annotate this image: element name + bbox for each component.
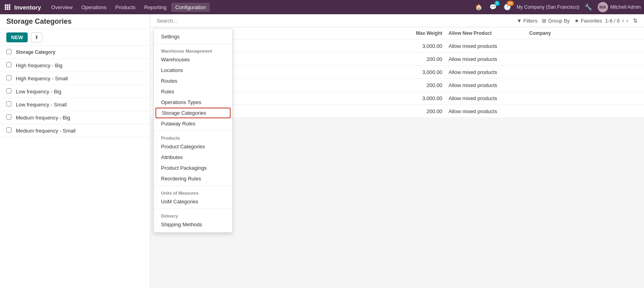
svg-rect-0 — [5, 4, 6, 6]
page-title: Storage Categories — [6, 17, 144, 26]
table-row-allow-5: Allow mixed products — [442, 108, 529, 114]
groupby-icon: ⊞ — [542, 18, 546, 24]
nav-configuration[interactable]: Configuration — [171, 3, 210, 12]
user-name: Mitchell Admin — [610, 4, 641, 10]
row-checkbox-3[interactable] — [6, 101, 11, 106]
list-item[interactable]: Low frequency - Small — [0, 98, 150, 111]
row-checkbox-0[interactable] — [6, 62, 11, 67]
chat-icon-btn[interactable]: 💬 5 — [488, 2, 498, 12]
row-name-3: Low frequency - Small — [16, 102, 144, 108]
table-row-weight-3: 200.00 — [383, 82, 442, 88]
menu-putaway-rules[interactable]: Putaway Rules — [154, 118, 232, 129]
company-name[interactable]: My Company (San Francisco) — [517, 4, 580, 10]
group-by-button[interactable]: ⊞ Group By — [542, 18, 570, 24]
pagination-text: 1-6 / 6 — [605, 18, 620, 24]
left-panel: Storage Categories NEW ⬆ Storage Categor… — [0, 14, 150, 288]
svg-rect-1 — [7, 4, 8, 6]
divider-2 — [154, 131, 232, 131]
app-name: Inventory — [14, 4, 41, 11]
filters-label: Filters — [523, 18, 537, 24]
menu-operations-types[interactable]: Operations Types — [154, 97, 232, 108]
new-button[interactable]: NEW — [6, 32, 28, 42]
menu-routes[interactable]: Routes — [154, 76, 232, 86]
row-checkbox-1[interactable] — [6, 75, 11, 80]
import-button[interactable]: ⬆ — [31, 32, 42, 42]
pagination: 1-6 / 6 ‹ › — [605, 17, 628, 24]
table-row-allow-2: Allow mixed products — [442, 69, 529, 75]
home-icon-btn[interactable]: 🏠 — [474, 2, 484, 12]
table-row-weight-0: 3,000.00 — [383, 43, 442, 49]
divider-4 — [154, 208, 232, 209]
import-icon: ⬆ — [34, 34, 39, 40]
section-delivery: Delivery — [154, 210, 232, 219]
list-item[interactable]: Medium frequency - Small — [0, 124, 150, 137]
table-row-weight-1: 200.00 — [383, 56, 442, 62]
menu-locations[interactable]: Locations — [154, 65, 232, 76]
user-avatar: MA — [598, 2, 608, 12]
list-item[interactable]: Medium frequency - Big — [0, 111, 150, 124]
tools-icon-btn[interactable]: 🔧 — [583, 2, 594, 12]
menu-uom-categories[interactable]: UoM Categories — [154, 196, 232, 207]
menu-reordering-rules[interactable]: Reordering Rules — [154, 173, 232, 184]
table-row-allow-3: Allow mixed products — [442, 82, 529, 88]
nav-reporting[interactable]: Reporting — [140, 3, 170, 12]
row-checkbox-2[interactable] — [6, 88, 11, 93]
list-col-name: Storage Category — [16, 49, 144, 55]
header-allow-col: Allow New Product — [442, 30, 529, 36]
search-input[interactable] — [157, 18, 513, 24]
svg-rect-7 — [7, 8, 8, 10]
left-panel-header: Storage Categories — [0, 14, 150, 29]
user-menu[interactable]: MA Mitchell Admin — [598, 2, 641, 12]
svg-rect-8 — [9, 8, 10, 10]
list-item[interactable]: High frequency - Big — [0, 59, 150, 72]
svg-rect-4 — [7, 6, 8, 8]
row-name-2: Low frequency - Big — [16, 89, 144, 95]
chat-badge: 5 — [494, 1, 500, 6]
row-name-0: High frequency - Big — [16, 63, 144, 68]
clock-icon-btn[interactable]: 🕐 49 — [502, 2, 513, 12]
toolbar-filters: ▼ Filters ⊞ Group By ★ Favorites — [517, 18, 602, 24]
list-header: Storage Category — [0, 46, 150, 59]
favorites-button[interactable]: ★ Favorites — [574, 18, 602, 24]
main-area: Storage Categories NEW ⬆ Storage Categor… — [0, 14, 644, 288]
row-checkbox-4[interactable] — [6, 114, 11, 119]
groupby-label: Group By — [548, 18, 570, 24]
row-name-1: High frequency - Small — [16, 76, 144, 81]
configuration-dropdown: Settings Warehouse Management Warehouses… — [153, 28, 233, 233]
pagination-prev[interactable]: ‹ — [622, 17, 624, 24]
header-company-col: Company — [529, 30, 638, 36]
menu-warehouses[interactable]: Warehouses — [154, 54, 232, 65]
row-name-5: Medium frequency - Small — [16, 128, 144, 134]
select-all-checkbox[interactable] — [6, 49, 11, 54]
menu-rules[interactable]: Rules — [154, 86, 232, 97]
nav-operations[interactable]: Operations — [78, 3, 111, 12]
svg-rect-6 — [5, 8, 6, 10]
filters-button[interactable]: ▼ Filters — [517, 18, 537, 24]
table-row-weight-4: 3,000.00 — [383, 95, 442, 101]
row-checkbox-5[interactable] — [6, 127, 11, 133]
nav-overview[interactable]: Overview — [47, 3, 77, 12]
section-uom: Units of Measures — [154, 188, 232, 196]
menu-product-packagings[interactable]: Product Packagings — [154, 163, 232, 173]
grid-icon[interactable] — [3, 3, 12, 11]
table-row-weight-5: 200.00 — [383, 108, 442, 114]
nav-products[interactable]: Products — [111, 3, 139, 12]
menu-attributes[interactable]: Attributes — [154, 152, 232, 163]
header-weight-col: Max Weight — [383, 30, 442, 36]
pagination-next[interactable]: › — [626, 17, 628, 24]
divider-3 — [154, 186, 232, 186]
menu-shipping-methods[interactable]: Shipping Methods — [154, 219, 232, 230]
topnav: Inventory Overview Operations Products R… — [0, 0, 644, 14]
svg-rect-5 — [9, 6, 10, 8]
menu-settings[interactable]: Settings — [154, 31, 232, 42]
menu-storage-categories[interactable]: Storage Categories — [155, 108, 231, 118]
svg-rect-2 — [9, 4, 10, 6]
favorites-label: Favorites — [581, 18, 602, 24]
star-icon: ★ — [574, 18, 579, 24]
svg-rect-3 — [5, 6, 6, 8]
list-item[interactable]: Low frequency - Big — [0, 85, 150, 98]
action-bar: NEW ⬆ — [0, 29, 150, 46]
column-settings-icon[interactable]: ⇅ — [633, 17, 638, 24]
list-item[interactable]: High frequency - Small — [0, 72, 150, 85]
menu-product-categories[interactable]: Product Categories — [154, 141, 232, 152]
